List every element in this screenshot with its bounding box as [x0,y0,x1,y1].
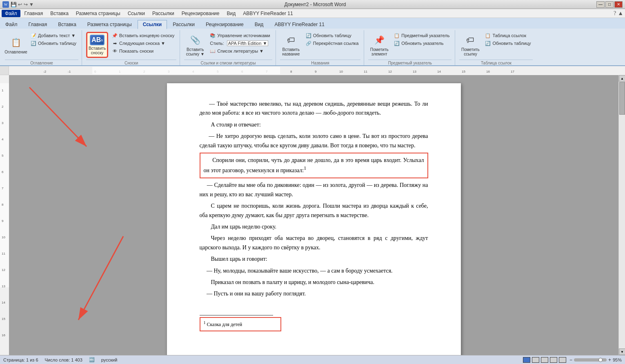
language-indicator: русский [101,357,117,362]
para-4: Спорили они, спорили, чуть до драки не д… [204,156,424,175]
maximize-button[interactable]: □ [605,1,614,8]
mark-citation-button[interactable]: 🏷 Пометитьссылку [459,32,481,58]
svg-text:13: 13 [2,284,5,288]
menu-abbyy[interactable]: ABBYY FineReader 11 [240,10,296,17]
tab-insert[interactable]: Вставка [53,20,82,29]
style-value[interactable]: APA Fifth Edition ▼ [227,40,269,46]
cross-ref-button[interactable]: 🔗 Перекрёстная ссылка [304,40,361,47]
status-bar: Страница: 1 из 6 Число слов: 1 403 🔤 рус… [0,355,625,364]
tab-mailings[interactable]: Рассылки [167,20,200,29]
menu-review[interactable]: Рецензирование [178,10,223,17]
update-table-tabl-button[interactable]: 🔄 Обновить таблицу [483,40,533,47]
scroll-thumb[interactable] [619,82,625,115]
update-index-icon: 🔄 [394,40,400,46]
ribbon: Файл Главная Вставка Разметка страницы С… [0,18,625,66]
tab-abbyy[interactable]: ABBYY FineReader 11 [269,20,330,29]
help-icon[interactable]: ? [614,10,616,17]
mark-citation-icon: 🏷 [464,33,477,47]
window-controls[interactable]: — □ ✕ [596,1,623,8]
menu-page-layout[interactable]: Разметка страницы [73,10,124,17]
zoom-slider[interactable] [574,358,607,362]
menu-references[interactable]: Ссылки [125,10,148,17]
scroll-up-button[interactable]: ▲ [619,75,625,82]
update-table-ogl-button[interactable]: 🔄 Обновить таблицу [29,40,78,47]
close-button[interactable]: ✕ [614,1,623,8]
menu-file[interactable]: Файл [2,10,20,17]
svg-text:11: 11 [364,70,367,73]
scroll-track[interactable] [619,82,625,348]
svg-text:-1: -1 [68,70,71,73]
ribbon-group-snosk: AB1 Вставитьсноску 📌 Вставить концевую с… [83,30,180,65]
ruler-corner [0,66,9,75]
tab-review[interactable]: Рецензирование [200,20,249,29]
update-table-nazv-button[interactable]: 🔄 Обновить таблицу [304,32,361,39]
add-text-button[interactable]: 📝 Добавить текст ▼ [29,32,78,39]
svg-text:9: 9 [315,70,317,73]
web-layout-button[interactable] [541,357,548,363]
menu-home[interactable]: Главная [21,10,47,17]
add-text-label: Добавить текст ▼ [38,33,76,38]
main-area: 1 2 3 4 5 6 7 8 9 10 11 12 13 14 15 16 [0,75,625,355]
tab-home[interactable]: Главная [23,20,53,29]
ribbon-group-predm: 📌 Пометитьэлемент 📋 Предметный указатель… [365,30,455,65]
insert-citation-icon: 📎 [189,33,202,47]
ribbon-group-nazv: 🏷 Вставитьназвание 🔄 Обновить таблицу 🔗 … [277,30,365,65]
svg-text:2: 2 [2,105,4,109]
svg-text:-2: -2 [43,70,47,73]
menu-bar: Файл Главная Вставка Разметка страницы С… [0,9,625,18]
menu-mailings[interactable]: Рассылки [149,10,178,17]
predm-small-group: 📋 Предметный указатель 🔄 Обновить указат… [392,32,452,47]
document-viewport[interactable]: — Твоё мастерство невелико, ты над дерев… [9,75,618,355]
show-notes-button[interactable]: 👁 Показать сноски [110,47,176,55]
update-table-nazv-label: Обновить таблицу [313,33,351,38]
mark-entry-button[interactable]: 📌 Пометитьэлемент [368,32,390,58]
update-table-tabl-label: Обновить таблицу [492,41,531,46]
outline-button[interactable] [550,357,557,363]
para-2: А столяр и отвечает: [200,120,428,129]
ssylki-small-group: 📚 Управление источниками Стиль: APA Fift… [208,32,272,55]
style-dropdown[interactable]: Стиль: APA Fifth Edition ▼ [208,40,272,47]
insert-citation-label: Вставитьссылку ▼ [186,47,205,56]
insert-citation-button[interactable]: 📎 Вставитьссылку ▼ [184,32,206,58]
toc-button[interactable]: 📋 Оглавление [5,32,27,58]
zoom-area: − + 95% [569,357,622,363]
draft-button[interactable] [559,357,566,363]
toc-label: Оглавление [4,50,27,54]
full-reading-button[interactable] [532,357,539,363]
zoom-out-button[interactable]: − [569,357,572,363]
insert-endnote-button[interactable]: 📌 Вставить концевую сноску [110,32,176,39]
update-index-label: Обновить указатель [401,41,443,46]
scroll-down-button[interactable]: ▼ [619,348,625,355]
svg-line-41 [29,87,87,146]
svg-text:15: 15 [2,317,5,321]
index-button[interactable]: 📋 Предметный указатель [392,32,452,39]
print-layout-button[interactable] [523,357,530,363]
update-index-button[interactable]: 🔄 Обновить указатель [392,40,452,47]
tab-page-layout[interactable]: Разметка страницы [82,20,137,29]
toc-icon: 📋 [9,36,22,49]
menu-insert[interactable]: Вставка [47,10,72,17]
insert-caption-button[interactable]: 🏷 Вставитьназвание [280,32,302,58]
bibliography-button[interactable]: 📖 Список литературы ▼ [208,47,272,55]
ribbon-collapse-icon[interactable]: ▲ [618,10,623,17]
document-text: — Твоё мастерство невелико, ты над дерев… [200,100,428,331]
table-of-auth-button[interactable]: 📋 Таблица ссылок [483,32,533,39]
mark-citation-label: Пометитьссылку [461,47,480,56]
insert-footnote-button[interactable]: AB1 Вставитьсноску [86,32,108,58]
snosk-content: AB1 Вставитьсноску 📌 Вставить концевую с… [86,30,176,60]
vertical-scrollbar[interactable]: ▲ ▼ [618,75,625,355]
zoom-in-button[interactable]: + [608,357,611,363]
next-footnote-icon: ➡ [112,40,118,46]
tab-references[interactable]: Ссылки [138,20,167,29]
next-footnote-label: Следующая сноска ▼ [119,41,165,46]
style-label: Стиль: [210,41,225,46]
tab-file[interactable]: Файл [0,20,23,29]
view-buttons [523,357,566,363]
tab-view[interactable]: Вид [249,20,269,29]
insert-endnote-icon: 📌 [112,33,118,38]
manage-sources-button[interactable]: 📚 Управление источниками [208,32,272,39]
zoom-slider-thumb[interactable] [598,358,603,362]
menu-view[interactable]: Вид [223,10,239,17]
minimize-button[interactable]: — [596,1,605,8]
next-footnote-button[interactable]: ➡ Следующая сноска ▼ [110,40,176,47]
